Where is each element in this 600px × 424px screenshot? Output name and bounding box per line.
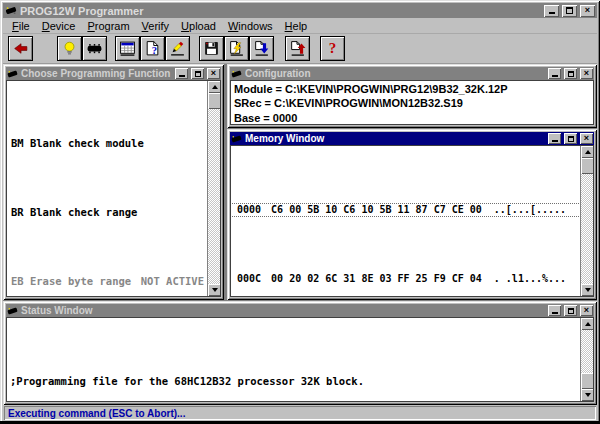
floppy-disk-icon bbox=[203, 40, 220, 57]
show-module-button[interactable] bbox=[285, 36, 310, 61]
function-list-item[interactable]: BM Blank check module bbox=[7, 138, 207, 150]
memory-window: Memory Window × 0000 C6 00 5B 10 C6 10 5… bbox=[227, 129, 597, 300]
program-button[interactable] bbox=[165, 36, 190, 61]
program-module-button[interactable] bbox=[224, 36, 249, 61]
down-arrow-icon bbox=[585, 288, 591, 292]
document-question-icon: ? bbox=[144, 40, 161, 57]
maximize-button[interactable] bbox=[562, 5, 577, 17]
memory-window-titlebar[interactable]: Memory Window × bbox=[230, 132, 594, 145]
close-button[interactable]: × bbox=[580, 305, 593, 316]
maximize-icon bbox=[568, 136, 574, 142]
close-button[interactable]: × bbox=[580, 5, 595, 17]
status-window: Status Window × ;Programming file for th… bbox=[3, 301, 597, 405]
scroll-up-button[interactable] bbox=[208, 81, 221, 93]
function-item-status: NOT ACTIVE bbox=[141, 276, 204, 288]
menu-item[interactable]: Upload bbox=[175, 19, 222, 33]
function-list-scrollbar[interactable] bbox=[207, 81, 220, 296]
function-window-titlebar[interactable]: Choose Programming Function × bbox=[6, 67, 221, 80]
function-item-label: EB Erase byte range bbox=[11, 276, 131, 288]
close-icon: × bbox=[584, 306, 589, 315]
mdi-client-area: Choose Programming Function × BM Blank c… bbox=[3, 64, 597, 405]
lightbulb-icon bbox=[61, 40, 78, 57]
back-button[interactable] bbox=[8, 36, 33, 61]
scrollbar-thumb[interactable] bbox=[208, 93, 221, 109]
memory-row[interactable]: 0000 C6 00 5B 10 C6 10 5B 11 87 C7 CE 00… bbox=[231, 204, 580, 216]
scroll-down-button[interactable] bbox=[581, 284, 594, 296]
minimize-button[interactable] bbox=[544, 5, 559, 17]
maximize-icon bbox=[195, 71, 201, 77]
minimize-icon bbox=[549, 12, 555, 14]
scroll-down-button[interactable] bbox=[581, 389, 594, 401]
memory-address: 000C bbox=[237, 273, 261, 285]
minimize-button[interactable] bbox=[548, 133, 561, 144]
minimize-button[interactable] bbox=[175, 68, 188, 79]
menu-item[interactable]: Help bbox=[279, 19, 314, 33]
upload-module-button[interactable] bbox=[249, 36, 274, 61]
configuration-line: SRec = C:\KEVIN\PROGWIN\MON12B32.S19 bbox=[234, 96, 590, 110]
configuration-window-titlebar[interactable]: Configuration × bbox=[230, 67, 594, 80]
menu-item[interactable]: Program bbox=[81, 19, 135, 33]
close-button[interactable]: × bbox=[580, 68, 593, 79]
status-bar: Executing command (ESC to Abort)... bbox=[3, 405, 597, 421]
chip-icon bbox=[86, 40, 103, 57]
minimize-button[interactable] bbox=[548, 305, 561, 316]
status-log-line: ;Programming file for the 68HC12B32 proc… bbox=[10, 376, 580, 388]
close-button[interactable]: × bbox=[580, 133, 593, 144]
minimize-icon bbox=[552, 312, 558, 314]
menu-item[interactable]: File bbox=[6, 19, 36, 33]
minimize-icon bbox=[552, 140, 558, 142]
window-title: PROG12W Programmer bbox=[20, 5, 541, 17]
document-red-arrow-icon bbox=[289, 40, 306, 57]
maximize-button[interactable] bbox=[191, 68, 204, 79]
scrollbar-track[interactable] bbox=[581, 330, 593, 389]
document-lightning-icon bbox=[228, 40, 245, 57]
memory-bytes: C6 00 5B 10 C6 10 5B 11 87 C7 CE 00 bbox=[271, 204, 482, 216]
status-window-title: Status Window bbox=[21, 305, 545, 316]
configuration-window: Configuration × Module = C:\KEVIN\PROGWI… bbox=[227, 64, 597, 128]
function-list-item[interactable]: BR Blank check range bbox=[7, 207, 207, 219]
close-button[interactable]: × bbox=[207, 68, 220, 79]
minimize-icon bbox=[179, 75, 185, 77]
maximize-icon bbox=[566, 7, 573, 14]
scroll-up-button[interactable] bbox=[581, 146, 594, 158]
memory-ascii: ..[...[..... bbox=[494, 204, 566, 216]
help-button[interactable]: ? bbox=[320, 36, 345, 61]
toolbar: ? ? bbox=[3, 34, 597, 64]
close-icon: × bbox=[585, 6, 590, 15]
configuration-line: Base = 0000 bbox=[234, 111, 590, 125]
menu-item[interactable]: Verify bbox=[136, 19, 176, 33]
close-icon: × bbox=[584, 134, 589, 143]
menu-item[interactable]: Windows bbox=[222, 19, 279, 33]
scroll-down-button[interactable] bbox=[208, 284, 221, 296]
scrollbar-thumb[interactable] bbox=[581, 373, 594, 389]
maximize-button[interactable] bbox=[564, 305, 577, 316]
scrollbar-thumb[interactable] bbox=[581, 158, 594, 174]
function-window: Choose Programming Function × BM Blank c… bbox=[3, 64, 224, 300]
blank-check-button[interactable] bbox=[57, 36, 82, 61]
function-list: BM Blank check module BR Blank check ran… bbox=[7, 81, 207, 296]
maximize-button[interactable] bbox=[564, 68, 577, 79]
configuration-window-title: Configuration bbox=[245, 68, 545, 79]
function-list-item[interactable]: EB Erase byte range NOT ACTIVE bbox=[7, 276, 207, 288]
status-window-titlebar[interactable]: Status Window × bbox=[6, 304, 594, 317]
memory-row[interactable]: 000C 00 20 02 6C 31 8E 03 FF 25 F9 CF 04… bbox=[231, 273, 580, 285]
down-arrow-icon bbox=[585, 393, 591, 397]
erase-module-button[interactable] bbox=[82, 36, 107, 61]
document-blue-arrow-icon bbox=[253, 40, 270, 57]
memory-window-button[interactable] bbox=[115, 36, 140, 61]
status-scrollbar[interactable] bbox=[580, 318, 593, 401]
function-window-title: Choose Programming Function bbox=[21, 68, 172, 79]
scroll-up-button[interactable] bbox=[581, 318, 594, 330]
memory-address: 0000 bbox=[237, 204, 261, 216]
scrollbar-track[interactable] bbox=[208, 93, 220, 284]
up-arrow-icon bbox=[585, 150, 591, 154]
maximize-button[interactable] bbox=[564, 133, 577, 144]
verify-button[interactable]: ? bbox=[140, 36, 165, 61]
minimize-button[interactable] bbox=[548, 68, 561, 79]
menu-item[interactable]: Device bbox=[36, 19, 82, 33]
down-arrow-icon bbox=[212, 288, 218, 292]
save-button[interactable] bbox=[199, 36, 224, 61]
function-item-label: BR Blank check range bbox=[11, 207, 137, 219]
scrollbar-track[interactable] bbox=[581, 158, 593, 284]
memory-scrollbar[interactable] bbox=[580, 146, 593, 296]
